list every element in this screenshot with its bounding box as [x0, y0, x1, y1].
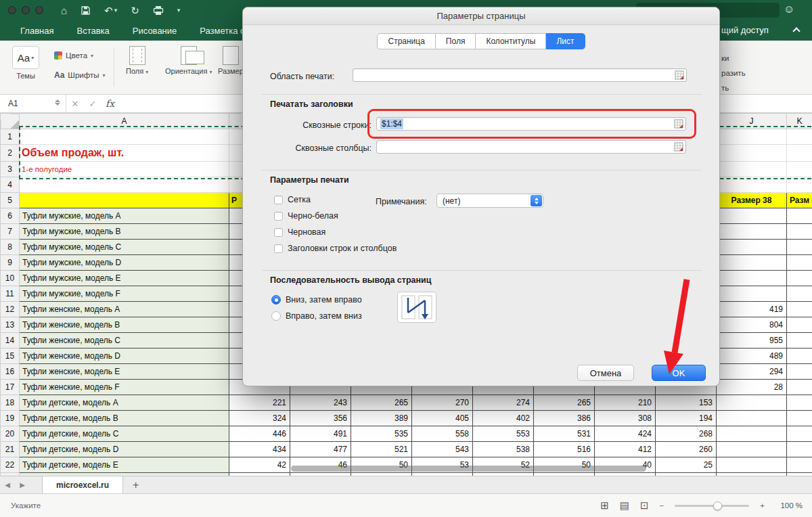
name-box[interactable]: A1 [0, 95, 66, 112]
cell-B18[interactable]: 221 [229, 395, 290, 411]
prev-sheet-icon[interactable]: ◀ [0, 481, 15, 489]
themes-button[interactable]: Aa▾ Темы [12, 46, 39, 80]
cell-H20[interactable]: 424 [595, 426, 656, 442]
cols-to-repeat-input[interactable] [376, 140, 686, 154]
cell-J11[interactable] [717, 286, 787, 302]
cell-D21[interactable]: 521 [351, 442, 412, 457]
cell-I21[interactable]: 260 [656, 442, 717, 457]
checkbox-row-column-headings[interactable]: Заголовки строк и столбцов [274, 243, 397, 254]
row-header-21[interactable]: 21 [1, 442, 20, 457]
cell-A17[interactable]: Туфли женские, модель F [20, 380, 229, 395]
name-box-stepper-icon[interactable] [55, 99, 60, 106]
row-header-12[interactable]: 12 [1, 302, 20, 317]
cell-G21[interactable]: 516 [534, 442, 595, 457]
row-header-10[interactable]: 10 [1, 271, 20, 286]
minimize-window-button[interactable] [22, 6, 30, 14]
cell-A19[interactable]: Туфли детские, модель B [20, 411, 229, 426]
rows-to-repeat-input[interactable]: $1:$4 [376, 117, 686, 131]
row-header-17[interactable]: 17 [1, 380, 20, 395]
cell-F20[interactable]: 553 [473, 426, 534, 442]
share-button[interactable]: щий доступ [721, 25, 769, 35]
cell-A16[interactable]: Туфли женские, модель E [20, 364, 229, 380]
cell-J9[interactable] [717, 255, 787, 271]
row-header-7[interactable]: 7 [1, 224, 20, 240]
cell-C21[interactable]: 477 [290, 442, 351, 457]
cell-G20[interactable]: 531 [534, 426, 595, 442]
zoom-window-button[interactable] [35, 6, 43, 14]
cell-J5[interactable]: Размер 38 [717, 193, 787, 208]
cell-K21[interactable] [787, 442, 812, 457]
cell-H21[interactable]: 412 [595, 442, 656, 457]
cell-H19[interactable]: 308 [595, 411, 656, 426]
dialog-tab-page[interactable]: Страница [377, 33, 435, 49]
zoom-slider[interactable] [675, 505, 749, 507]
row-header-2[interactable]: 2 [1, 145, 20, 162]
horizontal-scrollbar[interactable] [291, 466, 646, 472]
cell-B21[interactable]: 434 [229, 442, 290, 457]
cell-A8[interactable]: Туфли мужские, модель C [20, 240, 229, 255]
cell-E21[interactable]: 543 [412, 442, 473, 457]
redo-button[interactable]: ↻ [131, 5, 139, 16]
cell-K10[interactable] [787, 271, 812, 286]
cell-K6[interactable] [787, 208, 812, 224]
zoom-in-button[interactable]: + [760, 501, 765, 510]
insert-function-icon[interactable]: fx [106, 98, 114, 109]
cell-J1[interactable] [717, 129, 787, 145]
range-select-icon[interactable] [674, 119, 683, 129]
cell-A18[interactable]: Туфли детские, модель A [20, 395, 229, 411]
cell-A13[interactable]: Туфли женские, модель B [20, 317, 229, 333]
page-break-view-icon[interactable]: ⊡ [640, 499, 649, 512]
cell-K16[interactable] [787, 364, 812, 380]
cell-A12[interactable]: Туфли женские, модель A [20, 302, 229, 317]
cell-B22[interactable]: 42 [229, 457, 290, 473]
cell-J19[interactable] [717, 411, 787, 426]
cell-G19[interactable]: 386 [534, 411, 595, 426]
dialog-tab-sheet[interactable]: Лист [546, 33, 585, 49]
cell-F19[interactable]: 402 [473, 411, 534, 426]
cell-B19[interactable]: 324 [229, 411, 290, 426]
cell-A10[interactable]: Туфли мужские, модель E [20, 271, 229, 286]
radio-over-then-down[interactable]: Вправо, затем вниз [271, 311, 362, 321]
cell-D19[interactable]: 389 [351, 411, 412, 426]
cell-K7[interactable] [787, 224, 812, 240]
zoom-out-button[interactable]: − [660, 501, 664, 510]
cell-A1[interactable] [20, 129, 229, 145]
cell-A22[interactable]: Туфли детские, модель E [20, 457, 229, 473]
cell-K22[interactable] [787, 457, 812, 473]
row-header-8[interactable]: 8 [1, 240, 20, 255]
cell-A6[interactable]: Туфли мужские, модель A [20, 208, 229, 224]
cell-K11[interactable] [787, 286, 812, 302]
cell-K9[interactable] [787, 255, 812, 271]
cell-F18[interactable]: 274 [473, 395, 534, 411]
row-header-11[interactable]: 11 [1, 286, 20, 302]
next-sheet-icon[interactable]: ▶ [15, 481, 30, 489]
cancel-button[interactable]: Отмена [577, 365, 634, 381]
cell-K5[interactable]: Разм [787, 193, 812, 208]
checkbox-gridlines[interactable]: Сетка [274, 194, 311, 205]
cell-J10[interactable] [717, 271, 787, 286]
checkbox-black-and-white[interactable]: Черно-белая [274, 210, 338, 221]
cell-K20[interactable] [787, 426, 812, 442]
cell-K13[interactable] [787, 317, 812, 333]
feedback-smiley-icon[interactable]: ☺ [784, 3, 794, 16]
cell-K1[interactable] [787, 129, 812, 145]
cell-F21[interactable]: 538 [473, 442, 534, 457]
cell-J18[interactable] [717, 395, 787, 411]
select-all-corner[interactable] [1, 114, 20, 129]
print-icon[interactable] [153, 5, 164, 16]
column-header-J[interactable]: J [717, 114, 787, 129]
home-icon[interactable]: ⌂ [61, 5, 67, 16]
cell-J22[interactable] [717, 457, 787, 473]
cell-J6[interactable] [717, 208, 787, 224]
cell-J8[interactable] [717, 240, 787, 255]
column-header-A[interactable]: A [20, 114, 229, 129]
orientation-button[interactable]: Ориентация ▾ [165, 46, 212, 75]
cell-C20[interactable]: 491 [290, 426, 351, 442]
row-header-14[interactable]: 14 [1, 333, 20, 349]
row-header-5[interactable]: 5 [1, 193, 20, 208]
row-header-1[interactable]: 1 [1, 129, 20, 145]
checkbox-draft-quality[interactable]: Черновая [274, 227, 325, 238]
radio-down-then-over[interactable]: Вниз, затем вправо [271, 294, 362, 305]
cell-B20[interactable]: 446 [229, 426, 290, 442]
add-sheet-button[interactable]: + [133, 479, 139, 491]
